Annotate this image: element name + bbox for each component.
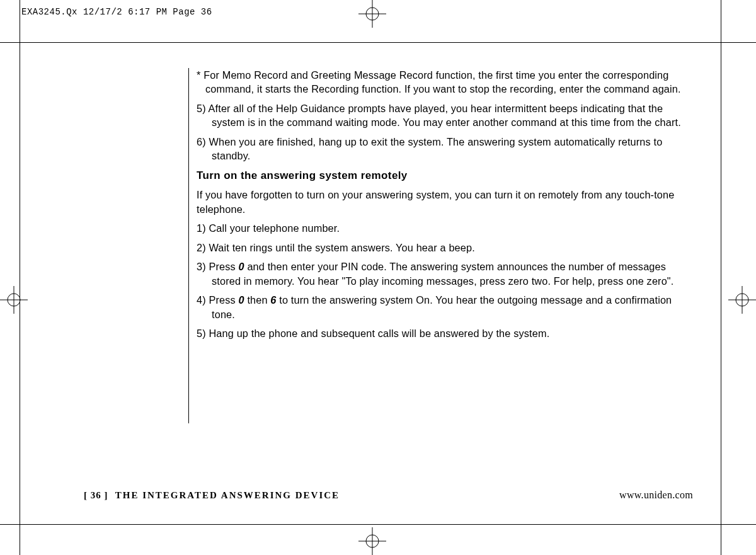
remote-step-3: 3) Press 0 and then enter your PIN code.… — [197, 260, 682, 288]
page-number: 36 — [91, 490, 101, 500]
print-header-slug: EXA3245.Qx 12/17/2 6:17 PM Page 36 — [21, 7, 212, 17]
page-bracket-open: [ — [84, 490, 91, 500]
page-footer: [ 36 ] THE INTEGRATED ANSWERING DEVICE w… — [84, 489, 693, 501]
page-content: * For Memo Record and Greeting Message R… — [197, 68, 682, 346]
remote-step-5: 5) Hang up the phone and subsequent call… — [197, 326, 682, 340]
registration-mark-right-icon — [728, 286, 756, 314]
footer-section-title: THE INTEGRATED ANSWERING DEVICE — [115, 490, 340, 500]
step-5: 5) After all of the Help Guidance prompt… — [197, 101, 682, 130]
registration-mark-top-icon — [358, 0, 386, 28]
content-left-rule — [188, 68, 189, 423]
crop-rule-left — [20, 0, 20, 555]
page-bracket-close: ] — [101, 490, 108, 500]
footer-left: [ 36 ] THE INTEGRATED ANSWERING DEVICE — [84, 490, 340, 501]
registration-mark-left-icon — [0, 286, 28, 314]
remote-step-1: 1) Call your telephone number. — [197, 221, 682, 235]
memo-note: * For Memo Record and Greeting Message R… — [197, 68, 682, 96]
crop-rule-bottom — [0, 524, 756, 525]
crop-rule-top — [0, 42, 756, 43]
footer-url: www.uniden.com — [619, 489, 693, 501]
section-heading: Turn on the answering system remotely — [197, 168, 682, 183]
remote-step-4: 4) Press 0 then 6 to turn the answering … — [197, 293, 682, 321]
registration-mark-bottom-icon — [358, 527, 386, 555]
crop-rule-right — [721, 0, 721, 555]
remote-step-2: 2) Wait ten rings until the system answe… — [197, 241, 682, 255]
section-intro: If you have forgotten to turn on your an… — [197, 188, 682, 216]
step-6: 6) When you are finished, hang up to exi… — [197, 135, 682, 163]
